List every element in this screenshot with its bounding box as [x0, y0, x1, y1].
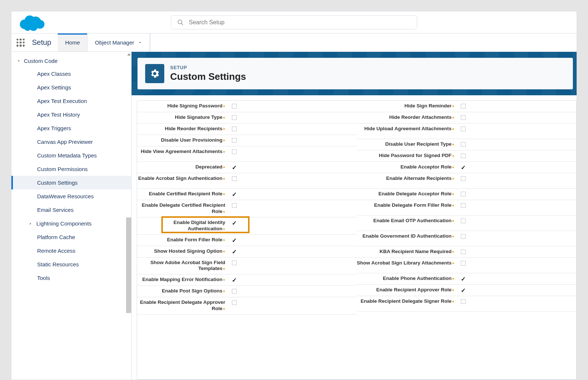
setting-value[interactable]: ✓	[227, 164, 241, 171]
help-icon[interactable]: ●	[452, 153, 455, 158]
checkbox-empty-icon	[461, 176, 466, 181]
help-icon[interactable]: ●	[223, 127, 225, 131]
help-icon[interactable]: ●	[452, 142, 455, 146]
setting-value[interactable]	[456, 103, 471, 110]
sidebar-item-custom-settings[interactable]: Custom Settings	[11, 176, 131, 189]
help-icon[interactable]: ●	[223, 115, 225, 120]
help-icon[interactable]: ●	[452, 115, 455, 120]
help-icon[interactable]: ●	[452, 288, 455, 292]
sidebar-item-lightning-components[interactable]: Lightning Components	[11, 217, 131, 230]
setting-value[interactable]	[456, 260, 471, 267]
search-icon	[177, 19, 184, 26]
setting-value[interactable]	[456, 126, 471, 132]
help-icon[interactable]: ●	[452, 219, 455, 223]
setting-value[interactable]	[456, 218, 471, 224]
setting-value[interactable]	[456, 202, 471, 209]
page-title: Custom Settings	[170, 71, 246, 82]
help-icon[interactable]: ●	[223, 104, 225, 108]
help-icon[interactable]: ●	[223, 277, 225, 282]
setting-value[interactable]	[456, 114, 471, 121]
setting-value[interactable]	[227, 202, 241, 209]
tree-section-custom-code[interactable]: Custom Code	[11, 56, 131, 67]
help-icon[interactable]: ●	[452, 261, 455, 265]
sidebar-item-apex-triggers[interactable]: Apex Triggers	[11, 121, 131, 135]
setting-value[interactable]	[227, 103, 241, 110]
setting-value[interactable]	[227, 288, 241, 295]
sidebar-item-apex-test-execution[interactable]: Apex Test Execution	[11, 94, 131, 108]
setting-value[interactable]	[456, 233, 471, 240]
setting-value[interactable]	[227, 299, 241, 306]
setting-value[interactable]	[456, 249, 471, 255]
help-icon[interactable]: ●	[223, 306, 225, 311]
help-icon[interactable]: ●	[452, 127, 455, 131]
sidebar-item-label: Lightning Components	[36, 220, 92, 227]
sidebar-item-static-resources[interactable]: Static Resources	[11, 258, 131, 271]
setting-value[interactable]	[227, 149, 241, 155]
help-icon[interactable]: ●	[452, 165, 455, 169]
setting-value[interactable]: ✓	[456, 164, 471, 171]
setting-value[interactable]: ✓	[227, 277, 241, 283]
settings-column-left: Hide Signing Password●Hide Signature Typ…	[137, 101, 357, 315]
help-icon[interactable]: ●	[452, 203, 455, 207]
sidebar-item-label: Platform Cache	[37, 234, 75, 240]
help-icon[interactable]: ●	[223, 266, 225, 271]
help-icon[interactable]: ●	[223, 165, 225, 169]
setting-value[interactable]	[227, 137, 241, 144]
help-icon[interactable]: ●	[223, 238, 225, 242]
help-icon[interactable]: ●	[452, 192, 455, 196]
setting-value[interactable]: ✓	[227, 191, 241, 198]
setting-label: Hide Reorder Recipients●	[137, 126, 227, 132]
help-icon[interactable]: ●	[452, 104, 455, 108]
app-launcher-button[interactable]	[11, 33, 30, 52]
sidebar-item-platform-cache[interactable]: Platform Cache	[11, 230, 131, 244]
sidebar-scrollbar-thumb[interactable]	[126, 217, 131, 313]
search-input[interactable]	[189, 19, 411, 26]
sidebar-item-canvas-app-previewer[interactable]: Canvas App Previewer	[11, 135, 131, 149]
setting-value[interactable]	[227, 114, 241, 121]
help-icon[interactable]: ●	[452, 276, 455, 281]
help-icon[interactable]: ●	[452, 299, 455, 303]
setting-value[interactable]	[227, 126, 241, 132]
setting-value[interactable]	[456, 191, 471, 198]
help-icon[interactable]: ●	[223, 176, 225, 181]
sidebar-item-dataweave-resources[interactable]: DataWeave Resources	[11, 189, 131, 203]
help-icon[interactable]: ●	[223, 227, 225, 231]
setting-row: KBA Recipient Name Required●	[357, 246, 577, 258]
scroll-up-arrow-icon[interactable]	[127, 53, 131, 56]
global-search[interactable]	[171, 15, 417, 29]
main-content: SETUP Custom Settings Hide Signing Passw…	[132, 52, 577, 380]
help-icon[interactable]: ●	[223, 289, 225, 293]
help-icon[interactable]: ●	[452, 234, 455, 238]
setting-value[interactable]	[227, 175, 241, 182]
sidebar-item-custom-metadata-types[interactable]: Custom Metadata Types	[11, 149, 131, 162]
sidebar-item-remote-access[interactable]: Remote Access	[11, 244, 131, 258]
setting-value[interactable]: ✓	[227, 248, 241, 255]
help-icon[interactable]: ●	[223, 249, 225, 253]
help-icon[interactable]: ●	[223, 138, 225, 142]
setting-value[interactable]: ✓	[227, 220, 241, 226]
setting-value[interactable]	[227, 260, 241, 266]
chevron-down-icon	[17, 59, 21, 63]
sidebar-item-apex-settings[interactable]: Apex Settings	[11, 81, 131, 94]
setting-value[interactable]	[456, 175, 471, 182]
setting-value[interactable]	[456, 298, 471, 305]
setting-value[interactable]	[456, 141, 471, 148]
help-icon[interactable]: ●	[452, 249, 455, 254]
tab-object-manager[interactable]: Object Manager	[87, 33, 150, 52]
help-icon[interactable]: ●	[223, 209, 225, 214]
help-icon[interactable]: ●	[452, 176, 455, 181]
setting-value[interactable]: ✓	[456, 287, 471, 294]
setting-label: Enable Alternate Recipients●	[357, 175, 456, 182]
sidebar-item-email-services[interactable]: Email Services	[11, 203, 131, 217]
setting-value[interactable]: ✓	[227, 237, 241, 244]
tab-home[interactable]: Home	[58, 33, 87, 52]
sidebar-item-tools[interactable]: Tools	[11, 271, 131, 285]
sidebar-item-apex-test-history[interactable]: Apex Test History	[11, 108, 131, 121]
help-icon[interactable]: ●	[223, 149, 225, 154]
help-icon[interactable]: ●	[223, 192, 225, 196]
setting-value[interactable]	[456, 153, 471, 159]
setting-value[interactable]: ✓	[456, 276, 471, 282]
page-eyebrow: SETUP	[170, 65, 246, 70]
sidebar-item-custom-permissions[interactable]: Custom Permissions	[11, 162, 131, 176]
sidebar-item-apex-classes[interactable]: Apex Classes	[11, 67, 131, 81]
